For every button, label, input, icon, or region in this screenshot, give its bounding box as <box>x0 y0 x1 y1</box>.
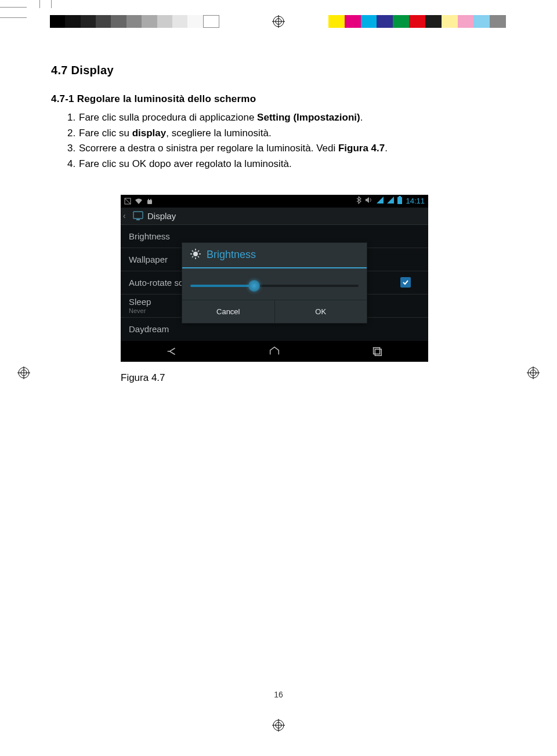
clock-text: 14:11 <box>406 197 425 205</box>
section-title: 4.7 Display <box>51 64 506 77</box>
step-item: 2.Fare clic su display, scegliere la lum… <box>67 126 506 141</box>
settings-header[interactable]: ‹ Display <box>121 208 428 225</box>
brightness-icon <box>190 249 201 261</box>
figure-caption: Figura 4.7 <box>121 372 506 384</box>
bluetooth-icon <box>356 196 361 206</box>
slider-thumb[interactable] <box>248 280 260 292</box>
grayscale-swatches <box>50 15 219 28</box>
nav-back-button[interactable] <box>121 341 223 362</box>
step-list: 1.Fare clic sulla procedura di applicazi… <box>67 111 506 172</box>
svg-rect-14 <box>133 212 143 219</box>
svg-point-16 <box>193 252 198 256</box>
nav-home-button[interactable] <box>223 341 326 362</box>
registration-mark-icon <box>527 366 540 379</box>
android-icon <box>146 198 153 205</box>
step-item: 4.Fare clic su OK dopo aver regolato la … <box>67 157 506 172</box>
registration-mark-icon <box>272 719 285 732</box>
volume-icon <box>365 197 373 205</box>
svg-rect-9 <box>147 200 152 204</box>
color-swatches <box>328 15 506 28</box>
setting-row-sleep-subtitle: Never <box>129 307 146 314</box>
wifi-icon <box>135 198 143 205</box>
device-screenshot: 14:11 ‹ Display Brightness Wallpaper Aut… <box>121 195 428 362</box>
brightness-dialog: Brightness Cancel OK <box>182 242 367 324</box>
svg-point-10 <box>148 199 149 200</box>
svg-rect-15 <box>136 219 140 220</box>
settings-page-title: Display <box>147 211 176 221</box>
nav-recents-button[interactable] <box>325 341 428 362</box>
subsection-title: 4.7-1 Regolare la luminosità dello scher… <box>51 93 506 105</box>
dialog-title: Brightness <box>207 249 256 261</box>
ok-button[interactable]: OK <box>275 300 367 323</box>
svg-rect-17 <box>373 347 379 354</box>
screenshot-icon <box>124 198 131 205</box>
step-item: 3.Scorrere a destra o sinistra per regol… <box>67 141 506 156</box>
svg-rect-12 <box>397 197 402 204</box>
cancel-button[interactable]: Cancel <box>182 300 275 323</box>
page-number: 16 <box>0 690 557 699</box>
back-chevron-icon[interactable]: ‹ <box>121 211 129 220</box>
printer-calibration-strip <box>0 15 557 28</box>
signal-icon <box>387 197 394 205</box>
slider-fill <box>190 285 254 287</box>
checkbox-checked-icon[interactable] <box>400 277 411 288</box>
android-status-bar: 14:11 <box>121 195 428 208</box>
signal-icon <box>377 197 384 205</box>
svg-rect-18 <box>375 349 381 355</box>
brightness-slider[interactable] <box>190 285 359 287</box>
registration-mark-icon <box>272 15 285 28</box>
step-item: 1.Fare clic sulla procedura di applicazi… <box>67 111 506 125</box>
battery-icon <box>397 196 402 206</box>
svg-point-11 <box>150 199 151 200</box>
registration-mark-icon <box>17 366 30 379</box>
svg-rect-13 <box>399 196 401 197</box>
display-settings-icon <box>132 210 144 221</box>
